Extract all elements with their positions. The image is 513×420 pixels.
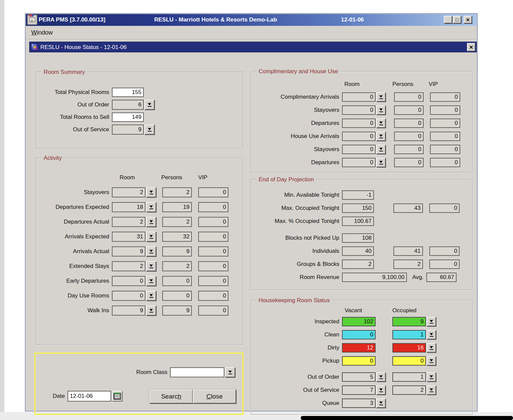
groups-blocks-persons-field[interactable]: 2 bbox=[393, 260, 423, 269]
avg-rate-field[interactable]: 60.67 bbox=[426, 273, 457, 282]
lov-dropdown-button[interactable] bbox=[376, 145, 386, 154]
room-field[interactable]: 9 bbox=[112, 246, 145, 256]
room-field[interactable]: 0 bbox=[342, 158, 376, 167]
room-field[interactable]: 2 bbox=[112, 261, 145, 271]
lov-dropdown-button[interactable] bbox=[427, 385, 436, 395]
persons-field[interactable]: 0 bbox=[162, 291, 192, 301]
vip-field[interactable]: 0 bbox=[198, 276, 228, 286]
maximize-button[interactable]: □ bbox=[453, 16, 461, 24]
lov-dropdown-button[interactable] bbox=[144, 125, 155, 135]
out-of-order-field[interactable]: 6 bbox=[112, 100, 144, 110]
room-field[interactable]: 0 bbox=[342, 105, 376, 115]
persons-field[interactable]: 0 bbox=[394, 92, 424, 102]
vip-field[interactable]: 0 bbox=[198, 306, 228, 316]
vip-field[interactable]: 0 bbox=[198, 217, 228, 227]
persons-field[interactable]: 2 bbox=[162, 261, 192, 271]
lov-dropdown-button[interactable] bbox=[376, 372, 386, 382]
lov-dropdown-button[interactable] bbox=[146, 202, 156, 212]
out-of-service-vacant-field[interactable]: 7 bbox=[342, 385, 376, 395]
vip-field[interactable]: 0 bbox=[430, 119, 460, 128]
persons-field[interactable]: 0 bbox=[162, 276, 192, 286]
room-field[interactable]: 2 bbox=[112, 217, 145, 227]
search-button[interactable]: Search bbox=[149, 389, 193, 404]
persons-field[interactable]: 0 bbox=[394, 158, 424, 167]
child-window-titlebar[interactable]: ⚡ RESLU - House Status - 12-01-06 ✕ bbox=[29, 42, 477, 52]
pickup-occupied-field[interactable]: 0 bbox=[392, 356, 426, 366]
groups-blocks-vip-field[interactable]: 0 bbox=[429, 260, 460, 269]
out-of-order-vacant-field[interactable]: 5 bbox=[342, 372, 376, 382]
room-class-field[interactable] bbox=[170, 367, 224, 377]
max-pct-occupied-field[interactable]: 100.67 bbox=[342, 217, 374, 226]
close-form-button[interactable]: Close bbox=[193, 389, 236, 404]
persons-field[interactable]: 0 bbox=[394, 132, 424, 141]
room-field[interactable]: 0 bbox=[342, 132, 376, 141]
menu-item-window[interactable]: Window bbox=[29, 29, 55, 37]
lov-dropdown-button[interactable] bbox=[427, 343, 436, 353]
groups-blocks-room-field[interactable]: 2 bbox=[342, 260, 374, 269]
room-field[interactable]: 0 bbox=[112, 276, 145, 286]
pickup-vacant-field[interactable]: 0 bbox=[342, 356, 376, 366]
lov-dropdown-button[interactable] bbox=[376, 92, 386, 102]
clean-occupied-field[interactable]: 1 bbox=[392, 330, 426, 339]
vip-field[interactable]: 0 bbox=[198, 202, 228, 212]
vip-field[interactable]: 0 bbox=[198, 291, 228, 301]
persons-field[interactable]: 9 bbox=[162, 306, 192, 316]
room-field[interactable]: 0 bbox=[112, 291, 145, 301]
lov-dropdown-button[interactable] bbox=[146, 217, 156, 227]
persons-field[interactable]: 0 bbox=[394, 105, 424, 115]
persons-field[interactable]: 32 bbox=[162, 232, 192, 242]
inspected-occupied-field[interactable]: 9 bbox=[392, 317, 426, 326]
clean-vacant-field[interactable]: 0 bbox=[342, 330, 376, 339]
lov-dropdown-button[interactable] bbox=[146, 187, 156, 197]
total-physical-rooms-field[interactable]: 155 bbox=[112, 88, 144, 97]
persons-field[interactable]: 2 bbox=[162, 187, 192, 197]
vip-field[interactable]: 0 bbox=[198, 261, 228, 271]
lov-dropdown-button[interactable] bbox=[427, 330, 436, 339]
min-available-field[interactable]: -1 bbox=[342, 190, 374, 200]
vip-field[interactable]: 0 bbox=[430, 105, 460, 115]
out-of-order-occupied-field[interactable]: 1 bbox=[392, 372, 426, 382]
lov-dropdown-button[interactable] bbox=[225, 367, 235, 377]
lov-dropdown-button[interactable] bbox=[146, 291, 156, 301]
room-field[interactable]: 0 bbox=[342, 92, 376, 102]
lov-dropdown-button[interactable] bbox=[427, 317, 436, 326]
lov-dropdown-button[interactable] bbox=[376, 119, 386, 128]
max-occupied-vip-field[interactable]: 0 bbox=[429, 203, 460, 213]
room-field[interactable]: 0 bbox=[342, 145, 376, 154]
out-of-service-occupied-field[interactable]: 2 bbox=[392, 385, 426, 395]
persons-field[interactable]: 19 bbox=[162, 202, 192, 212]
lov-dropdown-button[interactable] bbox=[427, 356, 436, 366]
lov-dropdown-button[interactable] bbox=[376, 385, 386, 395]
individuals-persons-field[interactable]: 41 bbox=[393, 246, 423, 256]
room-field[interactable]: 2 bbox=[112, 187, 145, 197]
room-field[interactable]: 18 bbox=[112, 202, 145, 212]
max-occupied-persons-field[interactable]: 43 bbox=[393, 203, 423, 213]
lov-dropdown-button[interactable] bbox=[376, 132, 386, 141]
vip-field[interactable]: 0 bbox=[198, 232, 228, 242]
persons-field[interactable]: 2 bbox=[162, 217, 192, 227]
calendar-button[interactable] bbox=[112, 391, 123, 402]
persons-field[interactable]: 0 bbox=[394, 145, 424, 154]
persons-field[interactable]: 0 bbox=[394, 119, 424, 128]
max-occupied-room-field[interactable]: 150 bbox=[342, 203, 374, 213]
minimize-button[interactable]: _ bbox=[444, 16, 452, 24]
total-rooms-to-sell-field[interactable]: 149 bbox=[112, 112, 144, 122]
date-field[interactable]: 12-01-06 bbox=[68, 391, 111, 402]
individuals-vip-field[interactable]: 0 bbox=[429, 246, 460, 256]
room-field[interactable]: 31 bbox=[112, 232, 145, 242]
blocks-not-picked-up-field[interactable]: 108 bbox=[342, 233, 374, 243]
lov-dropdown-button[interactable] bbox=[376, 399, 386, 408]
child-close-button[interactable]: ✕ bbox=[467, 43, 475, 51]
lov-dropdown-button[interactable] bbox=[146, 276, 156, 286]
lov-dropdown-button[interactable] bbox=[144, 100, 155, 110]
vip-field[interactable]: 0 bbox=[198, 246, 228, 256]
lov-dropdown-button[interactable] bbox=[376, 105, 386, 115]
dirty-vacant-field[interactable]: 12 bbox=[342, 343, 376, 353]
lov-dropdown-button[interactable] bbox=[146, 232, 156, 242]
vip-field[interactable]: 0 bbox=[430, 132, 460, 141]
vip-field[interactable]: 0 bbox=[430, 145, 460, 154]
out-of-service-field[interactable]: 9 bbox=[112, 125, 144, 135]
vip-field[interactable]: 0 bbox=[430, 92, 460, 102]
lov-dropdown-button[interactable] bbox=[376, 158, 386, 167]
vip-field[interactable]: 0 bbox=[198, 187, 228, 197]
